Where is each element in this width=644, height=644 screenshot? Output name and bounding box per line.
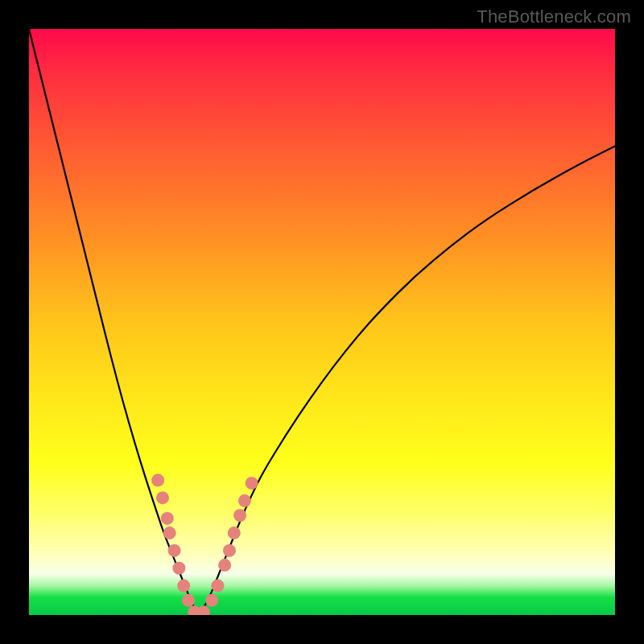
bottleneck-curve-canvas bbox=[29, 29, 615, 615]
watermark-label: TheBottleneck.com bbox=[477, 6, 631, 27]
chart-frame: TheBottleneck.com bbox=[0, 0, 644, 644]
